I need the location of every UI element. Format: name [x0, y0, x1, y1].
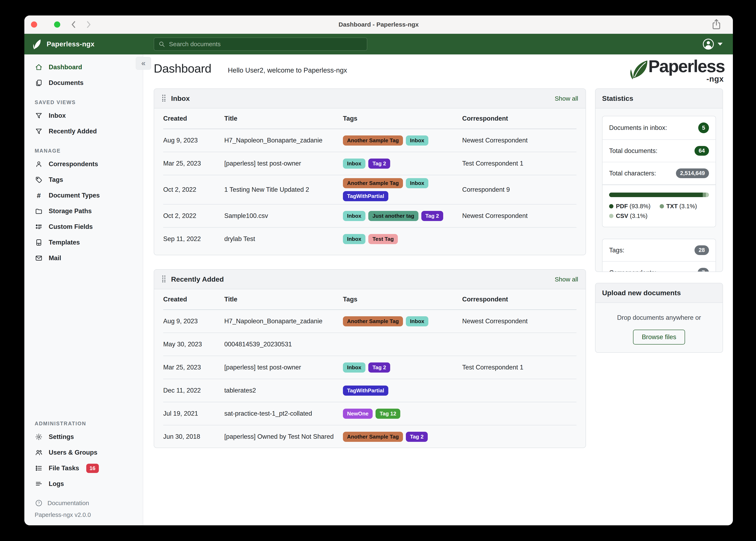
cell-title[interactable]: H7_Napoleon_Bonaparte_zadanie — [224, 137, 343, 144]
tag-pill[interactable]: Inbox — [343, 234, 365, 244]
tag-pill[interactable]: NewOne — [343, 409, 373, 419]
stat-count-row: Correspondents: 7 — [602, 262, 716, 272]
sidebar-item-custom-fields[interactable]: Custom Fields — [24, 219, 143, 235]
cell-title[interactable]: drylab Test — [224, 235, 343, 243]
table-row[interactable]: Oct 2, 2022Sample100.csvInboxJust anothe… — [163, 205, 576, 228]
app-window: Dashboard - Paperless-ngx Paperless-ngx … — [24, 15, 733, 525]
sidebar-item-recently-added[interactable]: Recently Added — [24, 124, 143, 139]
column-header: Title — [224, 115, 343, 122]
tag-pill[interactable]: TagWithPartial — [343, 191, 388, 201]
drag-handle-icon[interactable] — [162, 275, 166, 284]
show-all-link[interactable]: Show all — [555, 95, 578, 102]
cell-title[interactable]: 1 Testing New Title Updated 2 — [224, 186, 343, 194]
tag-pill[interactable]: Inbox — [343, 159, 365, 169]
table-row[interactable]: Sep 11, 2022drylab TestInboxTest Tag — [163, 228, 576, 250]
sidebar-item-label: Tags — [49, 176, 63, 184]
window-controls — [31, 21, 60, 28]
cell-title[interactable]: [paperless] test post-owner — [224, 160, 343, 167]
sidebar-item-label: Settings — [49, 433, 74, 441]
sidebar-item-file-tasks[interactable]: File Tasks16 — [24, 460, 143, 476]
sidebar-item-label: Logs — [49, 480, 64, 488]
people-icon — [35, 449, 43, 456]
funnel-icon — [35, 112, 43, 120]
sidebar-item-documents[interactable]: Documents — [24, 75, 143, 91]
back-icon[interactable] — [70, 20, 78, 29]
tag-pill[interactable]: Just another tag — [368, 211, 418, 221]
tag-pill[interactable]: Tag 2 — [421, 211, 443, 221]
cell-tags: InboxTag 2 — [343, 359, 462, 375]
tag-pill[interactable]: Another Sample Tag — [343, 432, 403, 442]
tag-pill[interactable]: Another Sample Tag — [343, 316, 403, 326]
browse-files-button[interactable]: Browse files — [633, 330, 685, 344]
cell-created: Oct 2, 2022 — [163, 186, 224, 194]
tag-pill[interactable]: Inbox — [406, 136, 428, 146]
tag-pill[interactable]: TagWithPartial — [343, 385, 388, 396]
sidebar-item-tags[interactable]: Tags — [24, 172, 143, 188]
table-row[interactable]: Oct 2, 20221 Testing New Title Updated 2… — [163, 175, 576, 205]
cell-title[interactable]: 0004814539_20230531 — [224, 340, 343, 348]
brand[interactable]: Paperless-ngx — [31, 38, 95, 50]
sidebar-item-settings[interactable]: Settings — [24, 429, 143, 445]
file-tasks-count-badge: 16 — [86, 464, 99, 473]
table-row[interactable]: Jun 30, 2018[paperless] Owned by Test No… — [163, 425, 576, 448]
cell-tags: Another Sample TagInbox — [343, 133, 462, 149]
table-row[interactable]: Dec 11, 2022tablerates2TagWithPartial — [163, 379, 576, 402]
cell-title[interactable]: [paperless] test post-owner — [224, 364, 343, 371]
sidebar-collapse-button[interactable]: « — [136, 57, 151, 70]
table-row[interactable]: Mar 25, 2023[paperless] test post-ownerI… — [163, 152, 576, 175]
table-row[interactable]: Aug 9, 2023H7_Napoleon_Bonaparte_zadanie… — [163, 129, 576, 152]
minimize-button[interactable] — [43, 21, 49, 28]
cell-title[interactable]: Sample100.csv — [224, 212, 343, 220]
drag-handle-icon[interactable] — [162, 94, 166, 103]
table-row[interactable]: Aug 9, 2023H7_Napoleon_Bonaparte_zadanie… — [163, 310, 576, 333]
forward-icon[interactable] — [85, 20, 92, 29]
legend-dot — [609, 204, 613, 209]
app-version: Paperless-ngx v2.0.0 — [24, 509, 143, 518]
tag-pill[interactable]: Tag 2 — [406, 432, 428, 442]
show-all-link[interactable]: Show all — [555, 276, 578, 283]
sidebar: DashboardDocumentsSAVED VIEWSInboxRecent… — [24, 54, 143, 525]
tag-pill[interactable]: Another Sample Tag — [343, 178, 403, 188]
documentation-link[interactable]: ? Documentation — [24, 497, 143, 509]
folder-icon — [35, 207, 43, 215]
sidebar-item-label: Custom Fields — [49, 223, 93, 231]
share-icon[interactable] — [711, 18, 722, 31]
table-row[interactable]: Jul 19, 2021sat-practice-test-1_pt2-coll… — [163, 402, 576, 425]
app-header: Paperless-ngx — [24, 34, 733, 54]
cell-title[interactable]: H7_Napoleon_Bonaparte_zadanie — [224, 317, 343, 325]
sidebar-item-label: File Tasks — [49, 464, 79, 472]
tag-pill[interactable]: Tag 2 — [368, 362, 390, 372]
sidebar-item-users-groups[interactable]: Users & Groups — [24, 445, 143, 460]
search-input[interactable] — [169, 40, 363, 48]
sidebar-item-document-types[interactable]: #Document Types — [24, 188, 143, 203]
cell-created: Aug 9, 2023 — [163, 317, 224, 325]
tag-pill[interactable]: Tag 12 — [376, 409, 400, 419]
sidebar-item-templates[interactable]: Templates — [24, 235, 143, 250]
tag-pill[interactable]: Tag 2 — [368, 159, 390, 169]
tag-pill[interactable]: Another Sample Tag — [343, 136, 403, 146]
sidebar-item-dashboard[interactable]: Dashboard — [24, 59, 143, 75]
table-row[interactable]: May 30, 20230004814539_20230531 — [163, 333, 576, 356]
widget-title: Inbox — [171, 94, 190, 103]
sidebar-item-mail[interactable]: Mail — [24, 250, 143, 266]
sidebar-item-storage-paths[interactable]: Storage Paths — [24, 203, 143, 219]
upload-dropzone[interactable]: Drop documents anywhere or Browse files — [595, 303, 723, 344]
sidebar-item-logs[interactable]: Logs — [24, 476, 143, 492]
stat-label: Correspondents: — [609, 269, 656, 272]
cell-title[interactable]: tablerates2 — [224, 387, 343, 394]
sidebar-item-correspondents[interactable]: Correspondents — [24, 156, 143, 172]
cell-title[interactable]: [paperless] Owned by Test Not Shared — [224, 433, 343, 440]
cell-title[interactable]: sat-practice-test-1_pt2-collated — [224, 410, 343, 417]
user-menu-button[interactable] — [701, 38, 724, 50]
tag-pill[interactable]: Inbox — [406, 316, 428, 326]
close-button[interactable] — [31, 21, 37, 28]
tag-pill[interactable]: Inbox — [343, 362, 365, 372]
tag-pill[interactable]: Inbox — [406, 178, 428, 188]
sidebar-item-inbox[interactable]: Inbox — [24, 108, 143, 124]
tag-pill[interactable]: Inbox — [343, 211, 365, 221]
desktop-background: Dashboard - Paperless-ngx Paperless-ngx … — [0, 0, 756, 541]
tag-pill[interactable]: Test Tag — [368, 234, 398, 244]
legend-item: CSV (3.1%) — [609, 213, 647, 220]
table-row[interactable]: Mar 25, 2023[paperless] test post-ownerI… — [163, 356, 576, 379]
zoom-button[interactable] — [54, 21, 60, 28]
